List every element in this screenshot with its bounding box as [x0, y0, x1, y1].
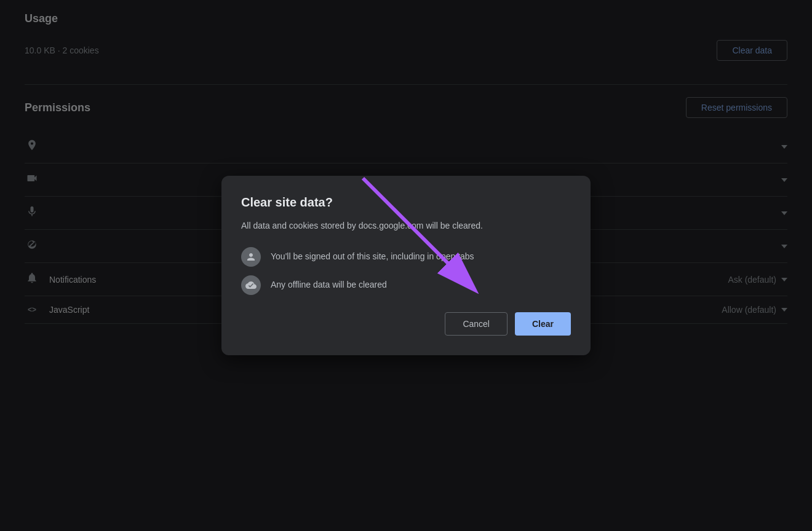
dialog-item-signout: You'll be signed out of this site, inclu…	[241, 247, 571, 267]
dialog-items-list: You'll be signed out of this site, inclu…	[241, 247, 571, 295]
person-icon	[241, 247, 261, 267]
dialog-description: All data and cookies stored by docs.goog…	[241, 219, 571, 232]
offline-icon	[241, 275, 261, 295]
clear-button[interactable]: Clear	[515, 312, 571, 336]
dialog-actions: Cancel Clear	[241, 312, 571, 336]
dialog-item-offline: Any offline data will be cleared	[241, 275, 571, 295]
dialog-title: Clear site data?	[241, 195, 571, 210]
clear-site-data-dialog: Clear site data? All data and cookies st…	[221, 176, 591, 355]
offline-text: Any offline data will be cleared	[271, 279, 387, 291]
page-background: Usage 10.0 KB · 2 cookies Clear data Per…	[0, 0, 812, 531]
signout-text: You'll be signed out of this site, inclu…	[271, 251, 474, 263]
cancel-button[interactable]: Cancel	[445, 312, 507, 336]
